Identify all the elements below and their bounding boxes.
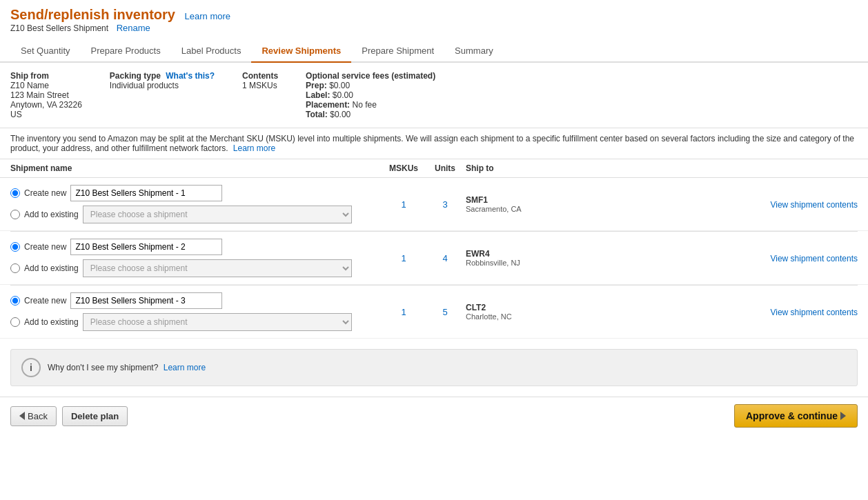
tab-set-quantity[interactable]: Set Quantity bbox=[10, 40, 81, 61]
add-existing-label-1: Add to existing bbox=[24, 263, 79, 273]
add-existing-radio-0[interactable] bbox=[10, 210, 20, 219]
contents-label: Contents bbox=[242, 71, 278, 81]
notice-bar: The inventory you send to Amazon may be … bbox=[0, 128, 868, 159]
create-new-label-1: Create new bbox=[24, 242, 66, 252]
dest-code-0: SMF1 bbox=[466, 195, 747, 205]
add-existing-line-2: Add to existing Please choose a shipment bbox=[10, 313, 383, 331]
whats-this-link[interactable]: What's this? bbox=[166, 71, 215, 81]
approve-arrow-icon bbox=[840, 412, 846, 420]
ship-from-label: Ship from bbox=[10, 71, 82, 81]
rename-link[interactable]: Rename bbox=[117, 23, 150, 33]
add-existing-radio-1[interactable] bbox=[10, 263, 20, 273]
units-value-1: 4 bbox=[442, 253, 447, 263]
ship-from-name: Z10 Name bbox=[10, 81, 82, 90]
action-col-0: View shipment contents bbox=[747, 199, 858, 210]
units-col-0: 3 bbox=[424, 199, 466, 210]
ship-from-address2: Anytown, VA 23226 bbox=[10, 100, 82, 110]
packing-label: Packing type What's this? bbox=[110, 71, 215, 81]
view-contents-link-2[interactable]: View shipment contents bbox=[770, 308, 858, 317]
view-contents-link-1[interactable]: View shipment contents bbox=[770, 254, 858, 263]
create-new-radio-1[interactable] bbox=[10, 242, 20, 252]
info-box-learn-more[interactable]: Learn more bbox=[164, 363, 206, 372]
shipto-col-2: CLT2 Charlotte, NC bbox=[466, 303, 747, 321]
table-row: Create new Add to existing Please choose… bbox=[0, 178, 868, 231]
shipto-col-1: EWR4 Robbinsville, NJ bbox=[466, 249, 747, 267]
mskus-col-1: 1 bbox=[383, 253, 424, 263]
col-header-name: Shipment name bbox=[10, 163, 383, 173]
delete-plan-button[interactable]: Delete plan bbox=[62, 406, 128, 426]
name-col-0: Create new Add to existing Please choose… bbox=[10, 185, 383, 223]
ship-from-block: Ship from Z10 Name 123 Main Street Anyto… bbox=[10, 71, 82, 119]
create-new-radio-0[interactable] bbox=[10, 188, 20, 198]
table-row: Create new Add to existing Please choose… bbox=[0, 286, 868, 339]
shipment-dropdown-1[interactable]: Please choose a shipment bbox=[83, 259, 352, 277]
add-existing-line-1: Add to existing Please choose a shipment bbox=[10, 259, 383, 277]
info-box-text: Why don't I see my shipment? Learn more bbox=[48, 363, 206, 372]
create-new-line-1: Create new bbox=[10, 239, 383, 255]
ship-from-country: US bbox=[10, 110, 82, 119]
fees-placement: Placement: No fee bbox=[306, 100, 435, 110]
info-box: i Why don't I see my shipment? Learn mor… bbox=[10, 349, 858, 386]
add-existing-line-0: Add to existing Please choose a shipment bbox=[10, 206, 383, 223]
footer-left: Back Delete plan bbox=[10, 406, 128, 426]
shipment-rows: Create new Add to existing Please choose… bbox=[0, 178, 868, 339]
col-header-shipto: Ship to bbox=[466, 163, 858, 173]
learn-more-link[interactable]: Learn more bbox=[185, 11, 230, 21]
packing-block: Packing type What's this? Individual pro… bbox=[110, 71, 215, 119]
back-button[interactable]: Back bbox=[10, 406, 57, 426]
back-arrow-icon bbox=[19, 412, 25, 420]
add-existing-label-0: Add to existing bbox=[24, 210, 79, 219]
action-col-2: View shipment contents bbox=[747, 307, 858, 317]
fees-label-row: Label: $0.00 bbox=[306, 90, 435, 100]
tab-summary[interactable]: Summary bbox=[444, 40, 504, 61]
approve-continue-button[interactable]: Approve & continue bbox=[734, 404, 858, 428]
create-new-label-0: Create new bbox=[24, 188, 66, 198]
tab-prepare-products[interactable]: Prepare Products bbox=[81, 40, 171, 61]
contents-block: Contents 1 MSKUs bbox=[242, 71, 278, 119]
dest-city-2: Charlotte, NC bbox=[466, 312, 747, 321]
ship-from-address1: 123 Main Street bbox=[10, 90, 82, 100]
info-icon: i bbox=[21, 358, 41, 377]
add-existing-label-2: Add to existing bbox=[24, 317, 79, 327]
add-existing-radio-2[interactable] bbox=[10, 317, 20, 327]
tab-prepare-shipment[interactable]: Prepare Shipment bbox=[351, 40, 444, 61]
packing-value: Individual products bbox=[110, 81, 215, 90]
view-contents-link-0[interactable]: View shipment contents bbox=[770, 200, 858, 210]
create-new-label-2: Create new bbox=[24, 296, 66, 306]
dest-code-1: EWR4 bbox=[466, 249, 747, 259]
shipment-name-input-2[interactable] bbox=[70, 292, 222, 309]
fees-label: Optional service fees (estimated) bbox=[306, 71, 435, 81]
fees-total: Total: $0.00 bbox=[306, 110, 435, 119]
col-header-mskus: MSKUs bbox=[383, 163, 424, 173]
mskus-value-2: 1 bbox=[401, 307, 406, 317]
shipment-dropdown-0[interactable]: Please choose a shipment bbox=[83, 206, 352, 223]
units-value-0: 3 bbox=[442, 199, 447, 210]
name-col-2: Create new Add to existing Please choose… bbox=[10, 292, 383, 331]
action-col-1: View shipment contents bbox=[747, 253, 858, 263]
shipment-name-input-0[interactable] bbox=[70, 185, 222, 201]
tab-label-products[interactable]: Label Products bbox=[171, 40, 252, 61]
subtitle: Z10 Best Sellers Shipment bbox=[10, 23, 108, 33]
mskus-col-2: 1 bbox=[383, 307, 424, 317]
contents-value: 1 MSKUs bbox=[242, 81, 278, 90]
shipto-col-0: SMF1 Sacramento, CA bbox=[466, 195, 747, 213]
col-header-units: Units bbox=[424, 163, 466, 173]
table-header: Shipment name MSKUs Units Ship to bbox=[0, 159, 868, 178]
dest-code-2: CLT2 bbox=[466, 303, 747, 312]
tab-review-shipments[interactable]: Review Shipments bbox=[251, 40, 351, 61]
name-col-1: Create new Add to existing Please choose… bbox=[10, 239, 383, 277]
dest-city-0: Sacramento, CA bbox=[466, 205, 747, 213]
info-section: Ship from Z10 Name 123 Main Street Anyto… bbox=[0, 63, 868, 128]
create-new-line-0: Create new bbox=[10, 185, 383, 201]
table-row: Create new Add to existing Please choose… bbox=[0, 232, 868, 285]
create-new-radio-2[interactable] bbox=[10, 296, 20, 306]
mskus-col-0: 1 bbox=[383, 199, 424, 210]
shipment-dropdown-2[interactable]: Please choose a shipment bbox=[83, 313, 352, 331]
notice-learn-more-link[interactable]: Learn more bbox=[233, 143, 275, 153]
units-col-1: 4 bbox=[424, 253, 466, 263]
tab-bar: Set Quantity Prepare Products Label Prod… bbox=[0, 40, 868, 63]
mskus-value-1: 1 bbox=[401, 253, 406, 263]
units-value-2: 5 bbox=[442, 307, 447, 317]
fees-prep: Prep: $0.00 bbox=[306, 81, 435, 90]
shipment-name-input-1[interactable] bbox=[70, 239, 222, 255]
